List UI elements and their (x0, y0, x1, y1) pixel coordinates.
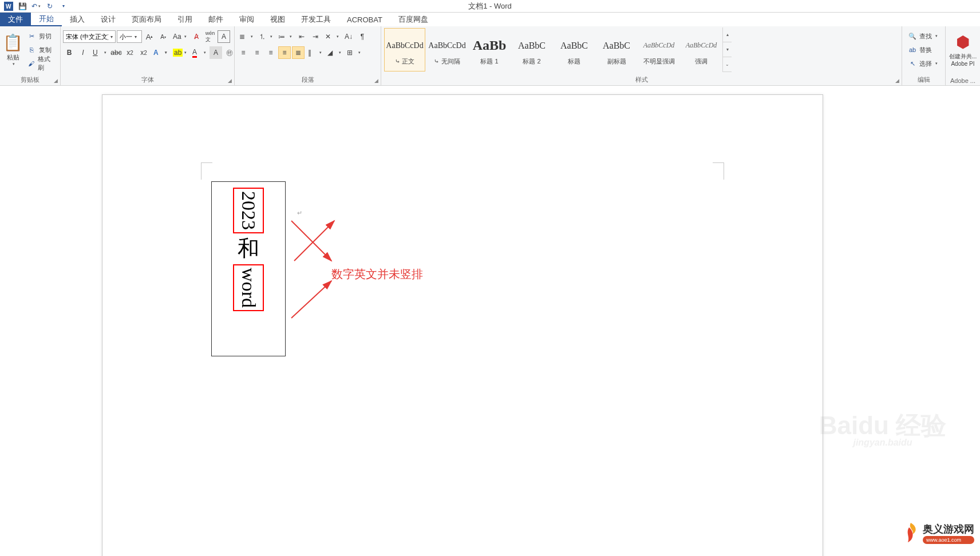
line-spacing-button[interactable]: ‖▾ (306, 46, 324, 59)
copy-button[interactable]: ⎘复制 (25, 43, 57, 56)
paragraph-label: 段落 (237, 74, 378, 85)
styles-scroll-down-icon[interactable]: ▾ (723, 42, 732, 57)
font-size-combo[interactable]: 小一▾ (117, 30, 142, 43)
redo-icon[interactable]: ↻ (44, 1, 56, 12)
subscript-button[interactable]: x2 (124, 46, 136, 59)
char-border-button[interactable]: A (218, 30, 230, 43)
highlight-button[interactable]: ab▾ (171, 46, 189, 59)
styles-launcher-icon[interactable]: ◢ (894, 77, 900, 84)
tab-mailings[interactable]: 邮件 (200, 13, 231, 26)
font-label: 字体 (63, 74, 232, 85)
undo-icon[interactable]: ↶▾ (30, 1, 42, 12)
word-app-icon[interactable]: W (2, 1, 15, 12)
tab-home[interactable]: 开始 (31, 13, 62, 26)
ribbon: 📋 粘贴 ▾ ✂剪切 ⎘复制 🖌格式刷 剪贴板 ◢ 宋体 (中文正文)▾ 小一▾… (0, 26, 980, 86)
align-center-button[interactable]: ≡ (251, 46, 263, 59)
replace-icon: ab (908, 46, 917, 53)
group-clipboard: 📋 粘贴 ▾ ✂剪切 ⎘复制 🖌格式刷 剪贴板 ◢ (0, 26, 61, 85)
qat-customize-icon[interactable]: ▾ (57, 1, 70, 12)
sort-button[interactable]: A↓ (342, 30, 355, 43)
font-launcher-icon[interactable]: ◢ (226, 77, 233, 84)
decrease-indent-button[interactable]: ⇤ (295, 30, 308, 43)
group-font: 宋体 (中文正文)▾ 小一▾ A▴ A▾ Aa▾ A̷ wén文 A B I U… (61, 26, 235, 85)
clipboard-launcher-icon[interactable]: ◢ (52, 77, 59, 84)
save-icon[interactable]: 💾 (16, 1, 29, 12)
replace-button[interactable]: ab替换 (906, 43, 940, 56)
phonetic-guide-button[interactable]: wén文 (204, 30, 216, 43)
styles-label: 样式 (384, 74, 899, 85)
tab-acrobat[interactable]: ACROBAT (339, 13, 390, 26)
clear-format-button[interactable]: A̷ (190, 30, 203, 43)
scissors-icon: ✂ (27, 33, 37, 40)
align-left-button[interactable]: ≡ (237, 46, 250, 59)
editing-label: 编辑 (904, 74, 943, 85)
adobe-create-button[interactable]: ⬢ 创建并共... Adobe PI (948, 27, 978, 72)
align-justify-button[interactable]: ≡ (278, 46, 291, 59)
shrink-font-button[interactable]: A▾ (157, 30, 169, 43)
styles-scroll: ▴ ▾ ⌄ (722, 27, 732, 72)
brush-icon: 🖌 (27, 60, 35, 67)
find-button[interactable]: 🔍查找▾ (906, 30, 940, 42)
svg-text:W: W (6, 3, 11, 10)
format-painter-button[interactable]: 🖌格式刷 (25, 57, 57, 70)
italic-button[interactable]: I (77, 46, 89, 59)
copy-icon: ⎘ (27, 46, 37, 53)
strikethrough-button[interactable]: abc (110, 46, 122, 59)
char-shading-button[interactable]: A (210, 46, 222, 59)
bullets-button[interactable]: ≣▾ (237, 30, 255, 43)
group-styles: AaBbCcDd⤷ 正文 AaBbCcDd⤷ 无间隔 AaBb标题 1 AaBb… (381, 26, 902, 85)
tab-layout[interactable]: 页面布局 (124, 13, 169, 26)
enclosed-char-button[interactable]: ㊕ (223, 46, 236, 59)
multilevel-button[interactable]: ≔▾ (276, 30, 294, 43)
tab-design[interactable]: 设计 (93, 13, 124, 26)
style-subtle-emphasis[interactable]: AaBbCcDd不明显强调 (638, 28, 679, 72)
bold-button[interactable]: B (63, 46, 76, 59)
paste-button[interactable]: 📋 粘贴 ▾ (2, 27, 24, 72)
style-heading2[interactable]: AaBbC标题 2 (511, 28, 552, 72)
style-heading1[interactable]: AaBb标题 1 (469, 28, 510, 72)
tab-review[interactable]: 审阅 (231, 13, 262, 26)
clipboard-label: 剪贴板 (2, 74, 58, 85)
style-normal[interactable]: AaBbCcDd⤷ 正文 (384, 28, 425, 72)
change-case-button[interactable]: Aa▾ (171, 30, 189, 43)
underline-button[interactable]: U▾ (90, 46, 109, 59)
tab-developer[interactable]: 开发工具 (293, 13, 339, 26)
cursor-icon: ↖ (908, 60, 917, 67)
style-subtitle[interactable]: AaBbC副标题 (596, 28, 637, 72)
superscript-button[interactable]: x2 (137, 46, 150, 59)
show-marks-button[interactable]: ¶ (356, 30, 369, 43)
adobe-icon: ⬢ (956, 33, 970, 51)
tab-baidu[interactable]: 百度网盘 (390, 13, 436, 26)
style-title[interactable]: AaBbC标题 (554, 28, 595, 72)
paste-icon: 📋 (3, 33, 23, 52)
borders-button[interactable]: ⊞▾ (345, 46, 363, 59)
align-right-button[interactable]: ≡ (264, 46, 277, 59)
quick-access-toolbar: W 💾 ↶▾ ↻ ▾ (0, 1, 72, 12)
tab-references[interactable]: 引用 (169, 13, 200, 26)
style-nospacing[interactable]: AaBbCcDd⤷ 无间隔 (426, 28, 468, 72)
shading-button[interactable]: ◢▾ (325, 46, 343, 59)
tab-insert[interactable]: 插入 (62, 13, 93, 26)
align-distributed-button[interactable]: ≣ (292, 46, 305, 59)
font-color-button[interactable]: A▾ (190, 46, 208, 59)
adobe-label: Adobe ... (948, 76, 978, 85)
tab-file[interactable]: 文件 (0, 13, 31, 26)
cut-button[interactable]: ✂剪切 (25, 30, 57, 42)
asian-layout-button[interactable]: ✕▾ (323, 30, 341, 43)
text-effects-button[interactable]: A▾ (151, 46, 169, 59)
title-bar: W 💾 ↶▾ ↻ ▾ 文档1 - Word (0, 0, 980, 13)
numbering-button[interactable]: ⒈▾ (256, 30, 275, 43)
styles-expand-icon[interactable]: ⌄ (723, 57, 732, 72)
group-editing: 🔍查找▾ ab替换 ↖选择▾ 编辑 (902, 26, 946, 85)
window-title: 文档1 - Word (468, 1, 512, 11)
increase-indent-button[interactable]: ⇥ (309, 30, 322, 43)
group-adobe: ⬢ 创建并共... Adobe PI Adobe ... (946, 26, 980, 85)
styles-scroll-up-icon[interactable]: ▴ (723, 27, 732, 42)
style-emphasis[interactable]: AaBbCcDd强调 (681, 28, 722, 72)
tab-view[interactable]: 视图 (262, 13, 293, 26)
paste-label: 粘贴 (7, 53, 19, 62)
select-button[interactable]: ↖选择▾ (906, 57, 940, 70)
grow-font-button[interactable]: A▴ (143, 30, 156, 43)
font-family-combo[interactable]: 宋体 (中文正文)▾ (63, 30, 116, 43)
paragraph-launcher-icon[interactable]: ◢ (373, 77, 380, 84)
